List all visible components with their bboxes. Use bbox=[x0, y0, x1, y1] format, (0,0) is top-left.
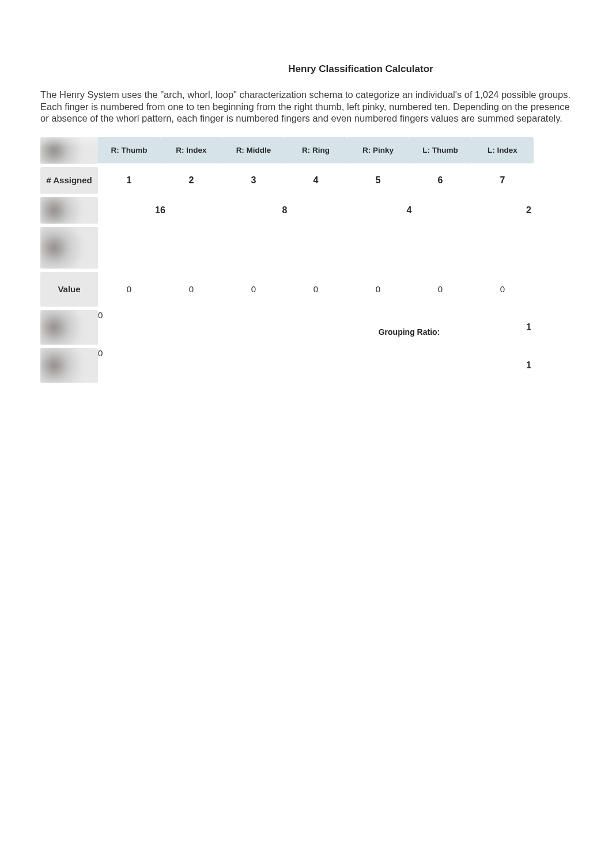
col-header-r-pinky: R: Pinky bbox=[347, 137, 409, 164]
grouping-ratio-area: Grouping Ratio: bbox=[347, 310, 471, 345]
assigned-4: 4 bbox=[285, 167, 347, 194]
assigned-1: 1 bbox=[98, 167, 160, 194]
sum-top: 0 bbox=[98, 310, 347, 345]
col-header-r-thumb: R: Thumb bbox=[98, 137, 160, 164]
col-header-r-middle: R: Middle bbox=[222, 137, 285, 164]
sum-bottom: 0 bbox=[98, 348, 347, 383]
value-4: 0 bbox=[285, 272, 347, 307]
input-cell[interactable] bbox=[222, 227, 285, 269]
value-7: 0 bbox=[471, 272, 534, 307]
row-label-blurred bbox=[40, 227, 98, 269]
assigned-2: 2 bbox=[160, 167, 222, 194]
row-label-blurred bbox=[40, 310, 98, 345]
weight-16: 16 bbox=[98, 197, 222, 224]
value-1: 0 bbox=[98, 272, 160, 307]
row-label-value: Value bbox=[40, 272, 98, 307]
row-label-blurred bbox=[40, 137, 98, 164]
col-header-l-index: L: Index bbox=[471, 137, 534, 164]
row-label-blurred bbox=[40, 348, 98, 383]
input-cell[interactable] bbox=[98, 227, 160, 269]
input-cell[interactable] bbox=[160, 227, 222, 269]
weight-2: 2 bbox=[471, 197, 534, 224]
input-cell[interactable] bbox=[409, 227, 471, 269]
col-header-r-index: R: Index bbox=[160, 137, 222, 164]
input-cell[interactable] bbox=[471, 227, 534, 269]
col-header-l-thumb: L: Thumb bbox=[409, 137, 471, 164]
weight-8: 8 bbox=[222, 197, 347, 224]
input-cell[interactable] bbox=[285, 227, 347, 269]
assigned-6: 6 bbox=[409, 167, 471, 194]
description-text: The Henry System uses the "arch, whorl, … bbox=[40, 89, 572, 124]
calculator-grid: R: Thumb R: Index R: Middle R: Ring R: P… bbox=[40, 137, 572, 383]
weight-4: 4 bbox=[347, 197, 471, 224]
value-6: 0 bbox=[409, 272, 471, 307]
assigned-3: 3 bbox=[222, 167, 285, 194]
page-title: Henry Classification Calculator bbox=[40, 63, 572, 75]
row-label-blurred bbox=[40, 197, 98, 224]
spacer bbox=[347, 348, 471, 383]
row-label-assigned: # Assigned bbox=[40, 167, 98, 194]
ratio-bottom: 1 bbox=[471, 348, 534, 383]
grouping-ratio-label: Grouping Ratio: bbox=[347, 327, 471, 337]
col-header-r-ring: R: Ring bbox=[285, 137, 347, 164]
assigned-7: 7 bbox=[471, 167, 534, 194]
assigned-5: 5 bbox=[347, 167, 409, 194]
input-cell[interactable] bbox=[347, 227, 409, 269]
value-2: 0 bbox=[160, 272, 222, 307]
value-5: 0 bbox=[347, 272, 409, 307]
ratio-top: 1 bbox=[471, 310, 534, 345]
value-3: 0 bbox=[222, 272, 285, 307]
